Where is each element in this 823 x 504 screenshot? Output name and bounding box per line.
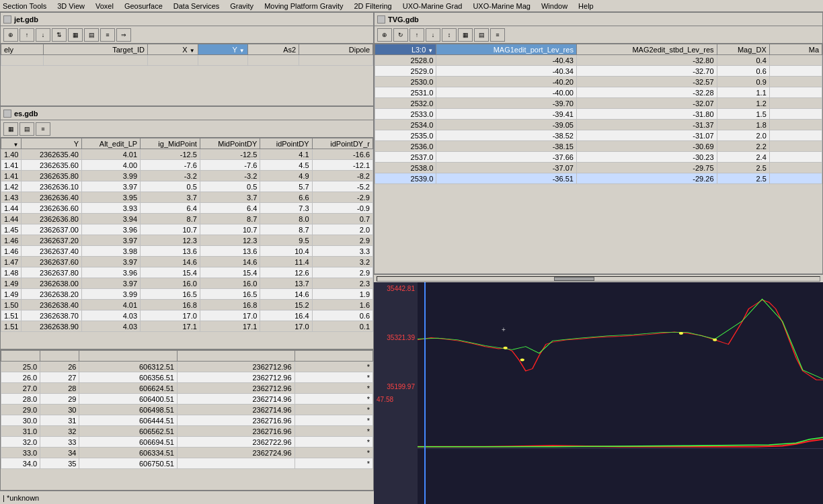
- cell: 2.9: [312, 235, 373, 246]
- table-row[interactable]: 26.027606356.512362712.96*: [1, 372, 373, 383]
- table-row[interactable]: 1.492362638.203.9916.516.514.61.9: [1, 289, 373, 300]
- cell: 10.7: [141, 224, 200, 235]
- menu-voxel[interactable]: Voxel: [94, 2, 115, 10]
- menu-gravity[interactable]: Gravity: [229, 2, 255, 10]
- tvg-tb-1[interactable]: ⊕: [377, 28, 392, 42]
- cell: 16.4: [260, 310, 312, 321]
- cell: 27.0: [1, 383, 40, 394]
- table-row[interactable]: 1.412362635.803.99-3.2-3.24.9-8.2: [1, 171, 373, 181]
- tb-grid1[interactable]: ▦: [68, 28, 83, 42]
- es-gdb-grid-wrapper[interactable]: ▼ Y Alt_edit_LP ig_MidPoint MidPointDY i…: [1, 138, 373, 332]
- col-x: X ▼: [147, 44, 198, 55]
- menu-uxo-marine-grad[interactable]: UXO-Marine Grad: [401, 2, 464, 10]
- menu-3d-view[interactable]: 3D View: [56, 2, 86, 10]
- tvg-tb-8[interactable]: ≡: [490, 28, 505, 42]
- cell: [769, 98, 822, 109]
- table-row[interactable]: 1.442362636.803.948.78.78.00.7: [1, 214, 373, 224]
- jet-gdb-window: jet.gdb ⊕ ↑ ↓ ⇅ ▦ ▤ ≡ ⇒ ely Target_ID: [0, 12, 374, 106]
- menu-geosurface[interactable]: Geosurface: [123, 2, 164, 10]
- cell: 17.0: [141, 310, 200, 321]
- table-row[interactable]: [1, 55, 373, 66]
- table-row[interactable]: 1.512362638.904.0317.117.117.00.1: [1, 321, 373, 332]
- menu-help[interactable]: Help: [577, 2, 595, 10]
- menu-section-tools[interactable]: Section Tools: [1, 2, 48, 10]
- tb-up[interactable]: ↑: [19, 28, 34, 42]
- menu-window[interactable]: Window: [540, 2, 569, 10]
- table-row[interactable]: 1.442362636.603.936.46.47.3-0.9: [1, 203, 373, 214]
- table-row[interactable]: 2534.0-39.05-31.371.8: [375, 120, 822, 130]
- tb-list[interactable]: ≡: [100, 28, 115, 42]
- cell: 12.3: [141, 235, 200, 246]
- cell: 3.96: [82, 224, 141, 235]
- tvg-tb-4[interactable]: ↓: [426, 28, 440, 42]
- table-row[interactable]: 1.412362635.604.00-7.6-7.64.5-12.1: [1, 160, 373, 171]
- cursor-line: [424, 282, 426, 393]
- table-row[interactable]: 2536.0-38.15-30.692.2: [375, 141, 822, 152]
- table-row[interactable]: 1.452362637.003.9610.710.78.72.0: [1, 224, 373, 235]
- cell: [769, 109, 822, 120]
- menu-moving-platform-gravity[interactable]: Moving Platform Gravity: [263, 2, 344, 10]
- tvg-tb-5[interactable]: ↕: [442, 28, 457, 42]
- tb-icon3[interactable]: ≡: [36, 122, 50, 136]
- tb-zoom-in[interactable]: ⊕: [3, 28, 18, 42]
- scrollbar-track[interactable]: [377, 276, 820, 282]
- tb-down[interactable]: ↓: [36, 28, 50, 42]
- table-row[interactable]: 29.030606498.512362714.96*: [1, 405, 373, 415]
- table-row[interactable]: 2537.0-37.66-30.232.4: [375, 152, 822, 163]
- cell: -7.6: [141, 160, 200, 171]
- table-row[interactable]: 1.432362636.403.953.73.76.6-2.9: [1, 192, 373, 203]
- tb-filter[interactable]: ⇅: [52, 28, 67, 42]
- table-row[interactable]: 1.492362638.003.9716.016.013.72.3: [1, 278, 373, 289]
- table-row[interactable]: 2529.0-40.34-32.700.6: [375, 66, 822, 77]
- tb-icon2[interactable]: ▤: [19, 122, 34, 136]
- table-row[interactable]: 1.472362637.603.9714.614.611.43.2: [1, 257, 373, 267]
- table-row[interactable]: 27.028606624.512362712.96*: [1, 383, 373, 394]
- table-row[interactable]: 33.034606334.512362724.96*: [1, 448, 373, 458]
- table-row[interactable]: 1.402362635.404.01-12.5-12.54.1-16.6: [1, 149, 373, 160]
- table-row[interactable]: 25.026606312.512362712.96*: [1, 362, 373, 372]
- cell: 17.1: [200, 321, 260, 332]
- cell: 13.7: [260, 278, 312, 289]
- cell: 16.8: [141, 300, 200, 310]
- table-row[interactable]: 1.502362638.404.0116.816.815.21.6: [1, 300, 373, 310]
- table-row[interactable]: 28.029606400.512362714.96*: [1, 394, 373, 405]
- menu-data-services[interactable]: Data Services: [172, 2, 221, 10]
- table-row[interactable]: 1.482362637.803.9615.415.412.62.9: [1, 267, 373, 278]
- table-row[interactable]: 1.512362638.704.0317.017.016.40.6: [1, 310, 373, 321]
- tb-export[interactable]: ⇒: [116, 28, 131, 42]
- cell: 0.4: [717, 55, 769, 66]
- table-row[interactable]: 34.035606750.51*: [1, 458, 373, 469]
- menu-2d-filtering[interactable]: 2D Filtering: [353, 2, 393, 10]
- bottom-cursor-line: [424, 393, 426, 504]
- table-row[interactable]: 2528.0-40.43-32.800.4: [375, 55, 822, 66]
- cell: 30.0: [1, 415, 40, 426]
- cell: 2362637.00: [22, 224, 82, 235]
- cell: [769, 66, 822, 77]
- tvg-tb-6[interactable]: ▦: [458, 28, 473, 42]
- table-row[interactable]: 1.462362637.403.9813.613.610.43.3: [1, 246, 373, 257]
- menu-uxo-marine-mag[interactable]: UXO-Marine Mag: [471, 2, 532, 10]
- table-row[interactable]: 1.462362637.203.9712.312.39.52.9: [1, 235, 373, 246]
- table-row[interactable]: 2538.0-37.07-29.752.5: [375, 163, 822, 173]
- table-row[interactable]: 31.032606562.512362716.96*: [1, 426, 373, 437]
- table-row[interactable]: 1.422362636.103.970.50.55.7-5.2: [1, 181, 373, 192]
- table-row[interactable]: 2532.0-39.70-32.071.2: [375, 98, 822, 109]
- table-row[interactable]: 2533.0-39.41-31.801.5: [375, 109, 822, 120]
- table-row[interactable]: 2535.0-38.52-31.072.0: [375, 130, 822, 141]
- col-e: [295, 351, 373, 362]
- tb-icon1[interactable]: ▦: [3, 122, 18, 136]
- cell: 34: [40, 448, 79, 458]
- scrollbar-thumb[interactable]: [554, 277, 594, 281]
- table-row[interactable]: 2539.0-36.51-29.262.5: [375, 173, 822, 184]
- cell: 9.5: [260, 235, 312, 246]
- cell: 2362636.60: [22, 203, 82, 214]
- table-row[interactable]: 2531.0-40.00-32.281.1: [375, 87, 822, 98]
- tvg-tb-2[interactable]: ↻: [393, 28, 408, 42]
- table-row[interactable]: 32.033606694.512362722.96*: [1, 437, 373, 448]
- table-row[interactable]: 30.031606444.512362716.96*: [1, 415, 373, 426]
- tb-grid2[interactable]: ▤: [84, 28, 99, 42]
- tvg-tb-7[interactable]: ▤: [474, 28, 489, 42]
- table-row[interactable]: 2530.0-40.20-32.570.9: [375, 77, 822, 87]
- cell: 32: [40, 426, 79, 437]
- tvg-tb-3[interactable]: ↑: [409, 28, 424, 42]
